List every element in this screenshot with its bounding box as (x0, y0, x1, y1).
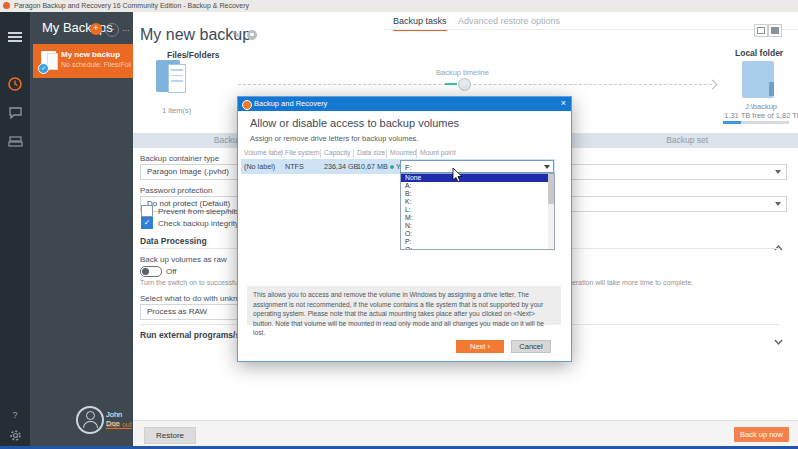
view-detailed-icon[interactable] (768, 24, 782, 37)
column-separator (386, 149, 387, 158)
dialog-heading: Allow or disable access to backup volume… (250, 117, 459, 129)
backup-item-subtitle: No schedule: Files/Folders ... (61, 61, 131, 68)
check-badge-icon: ✓ (38, 63, 49, 74)
restore-button[interactable]: Restore (144, 427, 196, 444)
dialog-title: Backup and Recovery (254, 99, 327, 108)
mounted-status-dot (390, 165, 394, 169)
timeline-progress-segment (445, 83, 457, 85)
destination-folder-tab (769, 82, 774, 96)
raw-hint-right: peration will take more time to complete… (568, 279, 693, 286)
more-options-button[interactable]: ... (120, 23, 132, 35)
sidebar-title: My Backups (42, 20, 113, 35)
container-type-label: Backup container type (140, 154, 219, 163)
backup-folder-icon: ✓ (41, 51, 56, 69)
dialog-app-icon (242, 100, 252, 110)
dropdown-option[interactable]: B: (401, 190, 554, 198)
cell-volume-label: (No label) (244, 162, 275, 171)
dropdown-option[interactable]: N: (401, 222, 554, 230)
cell-data-size: 10,67 MB (357, 162, 388, 171)
container-type-value: Paragon Image (.pvhd) (147, 167, 229, 176)
destination-capacity: 1,31 TB free of 1,82 TB (718, 111, 798, 120)
sign-out-link[interactable]: Sign out (106, 421, 132, 428)
dropdown-option[interactable]: A: (401, 182, 554, 190)
nav-divider (383, 29, 798, 30)
backup-list-item[interactable]: ✓ My new backup No schedule: Files/Folde… (33, 44, 133, 78)
dialog-subheading: Assign or remove drive letters for backu… (250, 134, 418, 143)
check-integrity-checkbox[interactable]: ✓ (141, 217, 153, 229)
col-file-system: File system (285, 149, 319, 156)
remove-backup-button[interactable]: − (105, 23, 119, 37)
chevron-down-icon (775, 202, 781, 206)
drive-letter-dropdown: None A: B: K: L: M: N: O: P: Q: (400, 173, 555, 250)
source-label: Files/Folders (167, 50, 219, 60)
timeline-arrow-icon (708, 80, 718, 90)
timeline-dashed-line (238, 84, 712, 85)
column-separator (320, 149, 321, 158)
user-avatar (76, 406, 104, 434)
dropdown-option[interactable]: P: (401, 238, 554, 246)
close-icon[interactable]: × (561, 98, 566, 108)
column-separator (416, 149, 417, 158)
hamburger-menu-icon[interactable] (0, 30, 30, 44)
dropdown-option[interactable]: M: (401, 214, 554, 222)
drive-device-icon[interactable] (0, 134, 30, 152)
cancel-button[interactable]: Cancel (511, 340, 551, 353)
col-data-size: Data size (357, 149, 385, 156)
backup-now-button[interactable]: Back up now (734, 427, 789, 442)
mount-point-combobox[interactable]: F: (400, 160, 554, 173)
comment-icon[interactable] (247, 30, 257, 40)
source-item-count: 1 item(s) (162, 106, 191, 115)
password-protection-label: Password protection (140, 186, 212, 195)
source-document-icon (168, 64, 186, 93)
dropdown-option[interactable]: L: (401, 206, 554, 214)
raw-volumes-label: Back up volumes as raw (140, 255, 227, 264)
next-button[interactable]: Next › (456, 340, 504, 353)
column-separator (353, 149, 354, 158)
chat-bubble-icon[interactable] (0, 106, 30, 124)
left-rail: ? (0, 12, 30, 446)
view-compact-icon[interactable] (754, 24, 768, 37)
destination-usage-fill (723, 121, 741, 124)
destination-label: Local folder (735, 48, 783, 58)
dialog-titlebar[interactable]: Backup and Recovery × (238, 97, 571, 111)
tab-backup-set[interactable]: Backup set (576, 133, 798, 148)
chevron-down-icon (775, 170, 781, 174)
col-mounted: Mounted (390, 149, 416, 156)
dropdown-option[interactable]: Q: (401, 246, 554, 250)
app-window: Paragon Backup and Recovery 16 Community… (0, 0, 798, 449)
raw-toggle[interactable] (140, 266, 162, 277)
help-icon[interactable]: ? (0, 410, 30, 420)
expand-chevron-icon[interactable] (774, 331, 782, 339)
data-processing-header: Data Processing (140, 236, 207, 246)
timeline-label: Backup timeline (436, 68, 489, 77)
col-mount-point: Mount point (420, 149, 456, 156)
mount-volumes-dialog: Backup and Recovery × Allow or disable a… (237, 96, 572, 362)
mount-point-value: F: (405, 163, 412, 172)
window-titlebar: Paragon Backup and Recovery 16 Community… (0, 0, 798, 12)
backups-sidebar: My Backups + − ... ✓ My new backup No sc… (30, 12, 133, 446)
toggle-knob (142, 268, 149, 275)
settings-gear-icon[interactable] (0, 428, 30, 446)
dropdown-option[interactable]: O: (401, 230, 554, 238)
collapse-chevron-icon[interactable] (774, 237, 782, 245)
dropdown-option[interactable]: K: (401, 198, 554, 206)
destination-usage-bar (723, 121, 789, 124)
edit-pencil-icon[interactable]: ✎ (232, 29, 240, 40)
chevron-down-icon (544, 165, 550, 169)
unknown-fs-value: Process as RAW (147, 307, 207, 316)
window-title: Paragon Backup and Recovery 16 Community… (14, 0, 249, 12)
cell-capacity: 236,34 GB (324, 162, 358, 171)
add-backup-button[interactable]: + (90, 23, 102, 35)
backup-jobs-clock-icon[interactable] (0, 76, 30, 96)
scrollbar-thumb[interactable] (548, 174, 554, 204)
timeline-node[interactable] (458, 78, 471, 91)
col-capacity: Capacity (324, 149, 350, 156)
dropdown-scrollbar[interactable] (548, 174, 554, 249)
destination-path: J:\backup (731, 102, 791, 111)
dropdown-option[interactable]: None (401, 174, 554, 182)
cell-file-system: NTFS (285, 162, 304, 171)
prevent-sleep-checkbox[interactable] (141, 205, 153, 217)
mouse-cursor (452, 167, 463, 187)
column-separator (281, 149, 282, 158)
tab-advanced-restore-options[interactable]: Advanced restore options (458, 16, 560, 26)
